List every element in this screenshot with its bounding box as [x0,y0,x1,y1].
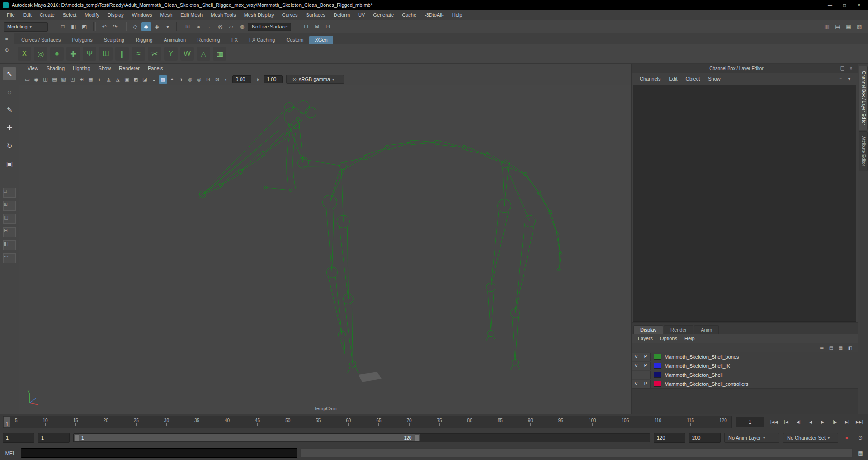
menu-item[interactable]: Deform [330,10,354,20]
layer-editor-tab[interactable]: Render [664,325,693,334]
xgen-shelf-icon[interactable]: X [18,47,31,61]
two-pane-side-layout-icon[interactable]: ◫ [3,214,16,224]
new-scene-icon[interactable]: □ [58,22,68,31]
safe-action-icon[interactable]: ▣ [123,75,131,84]
layer-editor-tab[interactable]: Anim [694,325,719,334]
move-tool-icon[interactable]: ✚ [3,122,16,134]
layer-color-swatch[interactable] [654,363,661,369]
lock-camera-icon[interactable]: ◉ [32,75,41,84]
shelf-tab[interactable]: Curves / Surfaces [16,36,66,44]
motion-blur-icon[interactable]: ◎ [195,75,203,84]
animation-start-field[interactable]: 1 [3,433,34,443]
snap-view-plane-icon[interactable]: ▱ [226,22,236,31]
layer-editor-menu-item[interactable]: Help [681,336,698,341]
scale-tool-icon[interactable]: ▣ [3,158,16,171]
snap-grid-icon[interactable]: ⊞ [183,22,193,31]
wireframe-icon[interactable]: ◪ [141,75,149,84]
xgen-shelf-icon[interactable]: ✂ [148,47,161,61]
shelf-tab[interactable]: Polygons [66,36,98,44]
single-pane-layout-icon[interactable]: □ [3,188,16,198]
lights-icon[interactable]: ◓ [168,75,176,84]
layer-color-swatch[interactable] [654,381,661,387]
menu-item[interactable]: File [3,10,19,20]
shelf-tab[interactable]: XGen [309,36,333,44]
shelf-tab[interactable]: Rigging [130,36,158,44]
layer-row[interactable]: Mammoth_Skeleton_Shell [632,370,858,379]
undo-icon[interactable]: ↶ [99,22,109,31]
shadows-icon[interactable]: ◑ [177,75,185,84]
shelf-tab[interactable]: FX [226,36,243,44]
rotate-tool-icon[interactable]: ↻ [3,140,16,152]
playback-start-field[interactable]: 1 [38,433,70,443]
xgen-shelf-icon[interactable]: ∥ [115,47,129,61]
playback-end-field[interactable]: 120 [654,433,685,443]
anim-layer-dropdown[interactable]: No Anim Layer ▾ [724,433,779,443]
shelf-editor-icon[interactable]: ⊕ [3,47,11,53]
channel-box-menu-item[interactable]: Show [704,76,724,81]
command-line-language-toggle[interactable]: MEL [3,451,18,456]
select-component-icon[interactable]: ◈ [152,22,162,31]
paint-select-tool-icon[interactable]: ✎ [3,104,16,116]
channel-box-toggle-icon[interactable]: ▦ [844,22,854,31]
layer-editor-tab[interactable]: Display [633,325,663,334]
animation-preferences-button[interactable]: ⊙ [855,433,865,442]
step-forward-key-button[interactable]: ▶| [841,417,853,427]
two-pane-stacked-layout-icon[interactable]: ⊟ [3,227,16,237]
layer-playback-toggle[interactable]: P [641,353,651,361]
minimize-button[interactable]: — [824,1,836,9]
menu-item[interactable]: Create [36,10,59,20]
exposure-field[interactable]: 0.00 [232,75,251,83]
range-start-handle[interactable] [74,434,79,441]
image-plane-icon[interactable]: ▧ [59,75,68,84]
layer-playback-toggle[interactable]: P [641,380,651,388]
shelf-tab[interactable]: Animation [158,36,191,44]
snap-curve-icon[interactable]: ≈ [193,22,203,31]
playback-range-bar[interactable]: 1 120 [74,434,420,441]
isolate-select-icon[interactable]: ⊠ [213,75,222,84]
selection-mask-icon[interactable]: ▾ [163,22,173,31]
shelf-tab[interactable]: FX Caching [244,36,280,44]
layer-color-swatch[interactable] [654,354,661,360]
layer-color-swatch[interactable] [654,372,661,378]
menu-item[interactable]: Curves [278,10,302,20]
panel-menu-item[interactable]: View [24,66,42,71]
menu-item[interactable]: Edit [19,10,36,20]
play-backwards-button[interactable]: ◀ [805,417,816,427]
menu-item[interactable]: Cache [398,10,420,20]
pan-zoom-icon[interactable]: ◰ [68,75,77,84]
menu-item[interactable]: -3DtoAll- [420,10,448,20]
camera-attributes-icon[interactable]: ◫ [41,75,50,84]
menu-item[interactable]: Edit Mesh [176,10,207,20]
layer-visibility-toggle[interactable] [632,371,641,379]
occlusion-icon[interactable]: ◍ [186,75,194,84]
new-layer-from-selected-icon[interactable]: ▦ [837,345,844,351]
layer-editor-menu-item[interactable]: Layers [634,336,656,341]
select-tool-icon[interactable]: ↖ [3,67,16,80]
channel-speed-icon[interactable]: ▾ [845,76,853,82]
bookmarks-icon[interactable]: ▤ [50,75,59,84]
go-to-start-button[interactable]: |◀◀ [768,417,780,427]
dock-tab[interactable]: Channel Box / Layer Editor [859,66,868,130]
resolution-gate-icon[interactable]: ◐ [95,75,104,84]
status-line-separator[interactable] [295,22,297,31]
live-surface-field[interactable]: No Live Surface [248,23,291,31]
select-hierarchy-icon[interactable]: ◇ [130,22,140,31]
layer-attributes-icon[interactable]: ◧ [846,345,854,351]
construction-history-icon[interactable]: ⊡ [323,22,333,31]
safe-title-icon[interactable]: ◩ [132,75,140,84]
float-panel-icon[interactable]: ❏ [839,65,846,72]
select-camera-icon[interactable]: ▭ [23,75,32,84]
shaded-icon[interactable]: ◒ [150,75,158,84]
new-empty-layer-icon[interactable]: ▤ [827,345,835,351]
status-line-separator[interactable] [93,22,96,31]
color-management-dropdown[interactable]: ⊙ sRGB gamma ▾ [286,75,344,84]
menu-item[interactable]: Display [104,10,128,20]
xgen-shelf-icon[interactable]: ▦ [213,47,226,61]
animation-end-field[interactable]: 200 [689,433,721,443]
range-slider[interactable]: 1 120 [73,433,650,442]
attribute-editor-toggle-icon[interactable]: ▥ [822,22,832,31]
xgen-shelf-icon[interactable]: ◎ [34,47,47,61]
tool-settings-toggle-icon[interactable]: ▤ [833,22,843,31]
shelf-tab[interactable]: Custom [281,36,309,44]
layer-row[interactable]: V P Mammoth_Skeleton_Shell_bones [632,352,858,361]
